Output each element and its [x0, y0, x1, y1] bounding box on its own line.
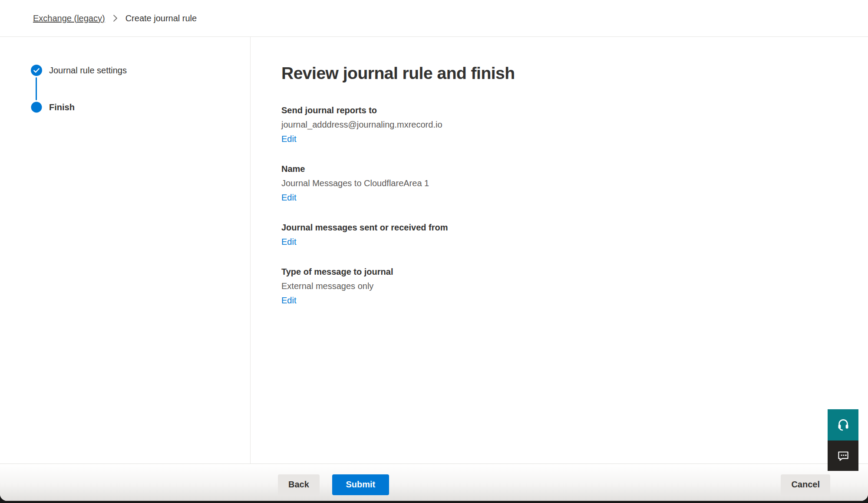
wizard-step-journal-rule-settings[interactable]: Journal rule settings	[31, 65, 250, 76]
edit-name-link[interactable]: Edit	[281, 192, 296, 203]
section-value: Journal Messages to CloudflareArea 1	[281, 178, 868, 189]
chat-icon	[836, 448, 851, 463]
review-section-send-journal-reports-to: Send journal reports to journal_adddress…	[281, 105, 868, 145]
section-value: journal_adddress@journaling.mxrecord.io	[281, 119, 868, 130]
wizard-step-label: Journal rule settings	[49, 65, 127, 76]
submit-button[interactable]: Submit	[332, 474, 389, 495]
main-row: Journal rule settings Finish Review jour…	[0, 37, 868, 464]
page-title: Review journal rule and finish	[281, 65, 868, 82]
filled-dot-icon	[31, 102, 42, 113]
step-connector-line	[36, 77, 37, 100]
section-label: Name	[281, 163, 868, 174]
floating-button-stack	[828, 409, 858, 471]
breadcrumb-current-page: Create journal rule	[125, 13, 197, 23]
review-section-name: Name Journal Messages to CloudflareArea …	[281, 163, 868, 203]
check-circle-icon	[31, 65, 42, 76]
edit-message-type-link[interactable]: Edit	[281, 295, 296, 306]
breadcrumb-link-exchange-legacy[interactable]: Exchange (legacy)	[33, 13, 105, 23]
headset-icon	[836, 418, 851, 432]
help-button[interactable]	[828, 409, 858, 441]
footer-action-bar: Back Submit Cancel	[0, 464, 868, 501]
edit-send-journal-reports-link[interactable]: Edit	[281, 133, 296, 145]
app-window: Exchange (legacy) Create journal rule Jo…	[0, 0, 868, 501]
cancel-button[interactable]: Cancel	[781, 474, 830, 495]
chevron-right-icon	[112, 14, 118, 23]
section-label: Journal messages sent or received from	[281, 222, 868, 233]
feedback-button[interactable]	[828, 441, 858, 471]
review-content: Review journal rule and finish Send jour…	[251, 37, 868, 464]
back-button[interactable]: Back	[278, 474, 320, 495]
review-section-message-type: Type of message to journal External mess…	[281, 266, 868, 306]
review-section-journal-messages-scope: Journal messages sent or received from E…	[281, 222, 868, 247]
wizard-step-finish[interactable]: Finish	[31, 102, 250, 113]
wizard-steps-panel: Journal rule settings Finish	[0, 37, 251, 464]
wizard-step-label: Finish	[49, 102, 75, 113]
edit-journal-messages-scope-link[interactable]: Edit	[281, 236, 296, 247]
section-label: Send journal reports to	[281, 105, 868, 116]
section-label: Type of message to journal	[281, 266, 868, 277]
breadcrumb: Exchange (legacy) Create journal rule	[0, 0, 868, 37]
section-value: External messages only	[281, 280, 868, 292]
